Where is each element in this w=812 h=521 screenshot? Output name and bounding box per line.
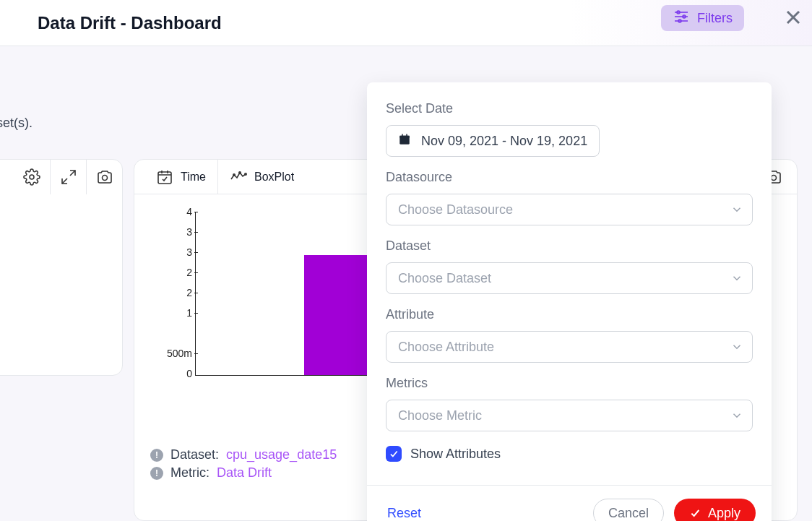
sliders-icon <box>673 8 690 29</box>
date-range-button[interactable]: Nov 09, 2021 - Nov 19, 2021 <box>386 125 600 157</box>
left-chart-card <box>0 159 123 376</box>
apply-label: Apply <box>708 506 740 521</box>
attribute-placeholder: Choose Attribute <box>398 340 494 355</box>
dataset-placeholder: Choose Dataset <box>398 271 491 286</box>
meta-dataset-label: Dataset: <box>170 447 219 462</box>
settings-button[interactable] <box>14 160 50 194</box>
svg-point-8 <box>30 175 34 179</box>
close-panel-button[interactable] <box>782 6 805 29</box>
attribute-label: Attribute <box>386 307 753 322</box>
attribute-select[interactable]: Choose Attribute <box>386 331 753 363</box>
show-attributes-label: Show Attributes <box>410 447 501 462</box>
gear-icon <box>23 168 40 186</box>
tab-boxplot[interactable]: BoxPlot <box>218 160 306 194</box>
meta-dataset-value[interactable]: cpu_usage_date15 <box>226 447 337 462</box>
chevron-down-icon <box>730 272 743 285</box>
ytick-3b: 3 <box>186 226 192 238</box>
ytick-500m: 500m <box>167 348 192 359</box>
filters-label: Filters <box>697 11 733 26</box>
ytick-4: 4 <box>186 206 192 218</box>
show-attributes-row: Show Attributes <box>386 446 753 462</box>
ytick-0: 0 <box>186 368 192 379</box>
content: ataset(s). <box>0 46 812 521</box>
filters-button[interactable]: Filters <box>661 5 744 31</box>
expand-button[interactable] <box>50 160 86 194</box>
metrics-label: Metrics <box>386 376 753 391</box>
svg-point-19 <box>772 176 777 181</box>
datasource-select[interactable]: Choose Datasource <box>386 194 753 225</box>
check-icon <box>689 507 701 519</box>
tab-time-label: Time <box>181 171 206 184</box>
ytick-2: 2 <box>186 287 192 298</box>
camera-icon <box>96 168 113 186</box>
calendar-icon <box>398 133 411 150</box>
expand-icon <box>60 168 77 186</box>
apply-button[interactable]: Apply <box>674 499 756 521</box>
calendar-check-icon <box>156 168 173 186</box>
date-range-value: Nov 09, 2021 - Nov 19, 2021 <box>421 134 587 149</box>
datasource-placeholder: Choose Datasource <box>398 202 513 218</box>
svg-rect-21 <box>399 135 410 137</box>
chart-metadata: ! Dataset: cpu_usage_date15 ! Metric: Da… <box>150 444 337 483</box>
svg-line-9 <box>70 171 75 176</box>
meta-metric-label: Metric: <box>170 465 210 481</box>
reset-button[interactable]: Reset <box>387 506 421 521</box>
dataset-label: Dataset <box>386 238 753 254</box>
chevron-down-icon <box>730 203 743 216</box>
chevron-down-icon <box>730 340 743 353</box>
info-icon: ! <box>150 467 163 480</box>
ytick-1: 1 <box>186 307 192 319</box>
filters-panel: Select Date Nov 09, 2021 - Nov 19, 2021 … <box>367 82 772 521</box>
svg-rect-12 <box>158 172 171 184</box>
left-card-toolbar <box>0 160 122 194</box>
tab-boxplot-label: BoxPlot <box>254 171 294 184</box>
meta-row-dataset: ! Dataset: cpu_usage_date15 <box>150 447 337 462</box>
ytick-2b: 2 <box>186 267 192 278</box>
svg-point-18 <box>245 173 246 174</box>
page-title: Data Drift - Dashboard <box>38 13 222 33</box>
svg-line-10 <box>62 178 67 184</box>
boxplot-icon <box>230 168 247 186</box>
meta-row-metric: ! Metric: Data Drift <box>150 465 337 481</box>
filters-panel-footer: Reset Cancel Apply <box>367 485 772 521</box>
chevron-down-icon <box>730 409 743 422</box>
datasource-label: Datasource <box>386 170 753 185</box>
show-attributes-checkbox[interactable] <box>386 446 402 462</box>
metrics-select[interactable]: Choose Metric <box>386 400 753 431</box>
metrics-placeholder: Choose Metric <box>398 408 482 423</box>
datasets-summary-text: ataset(s). <box>0 116 33 131</box>
cancel-button[interactable]: Cancel <box>593 499 664 521</box>
ytick-3: 3 <box>186 246 192 258</box>
select-date-label: Select Date <box>386 101 753 116</box>
header: Data Drift - Dashboard Filters <box>0 0 812 46</box>
info-icon: ! <box>150 449 163 462</box>
svg-point-11 <box>102 176 107 181</box>
meta-metric-value[interactable]: Data Drift <box>217 465 272 481</box>
screenshot-button[interactable] <box>86 160 122 194</box>
dataset-select[interactable]: Choose Dataset <box>386 262 753 294</box>
tab-time[interactable]: Time <box>144 160 218 194</box>
